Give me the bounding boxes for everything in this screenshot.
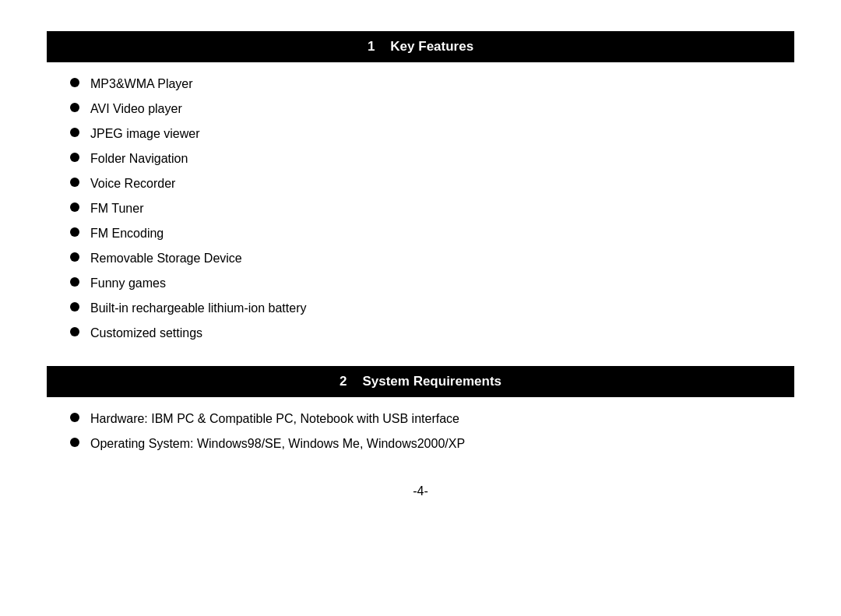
bullet-icon: [70, 178, 79, 187]
bullet-icon: [70, 277, 79, 287]
section-system-requirements: 2 System Requirements Hardware: IBM PC &…: [47, 366, 794, 453]
bullet-icon: [70, 78, 79, 87]
section-header-key-features: 1 Key Features: [47, 31, 794, 62]
list-item: Voice Recorder: [70, 174, 794, 193]
section-number-1: 1: [368, 39, 375, 55]
list-item-text: FM Tuner: [90, 199, 143, 218]
list-item-text: Voice Recorder: [90, 174, 175, 193]
list-item: JPEG image viewer: [70, 125, 794, 143]
list-item-text: Hardware: IBM PC & Compatible PC, Notebo…: [90, 410, 459, 428]
list-item: FM Tuner: [70, 199, 794, 218]
list-item: Customized settings: [70, 324, 794, 343]
page-container: 1 Key Features MP3&WMA Player AVI Video …: [47, 31, 794, 498]
bullet-icon: [70, 302, 79, 312]
list-item: AVI Video player: [70, 100, 794, 118]
bullet-icon: [70, 103, 79, 112]
bullet-icon: [70, 327, 79, 336]
system-requirements-list: Hardware: IBM PC & Compatible PC, Notebo…: [47, 410, 794, 453]
list-item-text: FM Encoding: [90, 224, 164, 243]
section-title-key-features: Key Features: [390, 39, 473, 55]
list-item-text: MP3&WMA Player: [90, 75, 193, 93]
section-key-features: 1 Key Features MP3&WMA Player AVI Video …: [47, 31, 794, 343]
list-item: Hardware: IBM PC & Compatible PC, Notebo…: [70, 410, 794, 428]
list-item: Folder Navigation: [70, 150, 794, 168]
list-item: Funny games: [70, 274, 794, 293]
bullet-icon: [70, 128, 79, 137]
list-item-text: JPEG image viewer: [90, 125, 200, 143]
list-item-text: Folder Navigation: [90, 150, 188, 168]
list-item-text: Funny games: [90, 274, 166, 293]
key-features-list: MP3&WMA Player AVI Video player JPEG ima…: [47, 75, 794, 343]
bullet-icon: [70, 252, 79, 262]
list-item-text: Built-in rechargeable lithium-ion batter…: [90, 299, 306, 318]
bullet-icon: [70, 438, 79, 447]
list-item-text: Removable Storage Device: [90, 249, 242, 268]
bullet-icon: [70, 227, 79, 237]
list-item: Removable Storage Device: [70, 249, 794, 268]
list-item: MP3&WMA Player: [70, 75, 794, 93]
list-item: FM Encoding: [70, 224, 794, 243]
list-item-text: Customized settings: [90, 324, 202, 343]
bullet-icon: [70, 202, 79, 212]
page-number: -4-: [47, 484, 794, 498]
list-item-text: AVI Video player: [90, 100, 182, 118]
section-title-system-requirements: System Requirements: [362, 374, 501, 389]
list-item: Built-in rechargeable lithium-ion batter…: [70, 299, 794, 318]
bullet-icon: [70, 153, 79, 162]
bullet-icon: [70, 413, 79, 422]
section-number-2: 2: [340, 374, 347, 389]
list-item: Operating System: Windows98/SE, Windows …: [70, 435, 794, 453]
section-header-system-requirements: 2 System Requirements: [47, 366, 794, 397]
list-item-text: Operating System: Windows98/SE, Windows …: [90, 435, 465, 453]
